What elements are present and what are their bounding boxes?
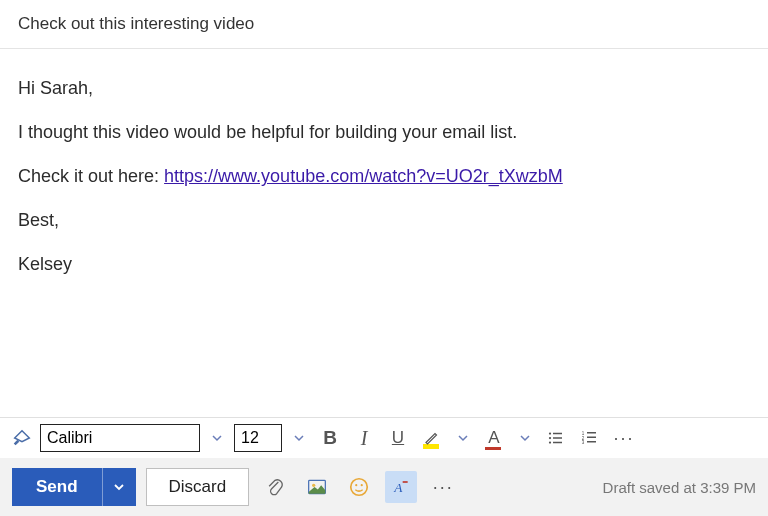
svg-point-14 (351, 479, 368, 496)
font-size-dropdown-icon[interactable] (288, 432, 310, 444)
email-subject[interactable]: Check out this interesting video (0, 0, 768, 49)
format-painter-icon[interactable] (10, 426, 34, 450)
email-body-editor[interactable]: Hi Sarah, I thought this video would be … (0, 49, 768, 417)
font-color-a-icon: A (488, 428, 499, 448)
insert-picture-icon[interactable] (301, 471, 333, 503)
body-signoff: Best, (18, 207, 750, 233)
emoji-icon[interactable] (343, 471, 375, 503)
body-name: Kelsey (18, 251, 750, 277)
svg-point-13 (312, 484, 315, 487)
action-bar: Send Discard A ··· Draft saved at 3:39 P… (0, 458, 768, 516)
more-actions-icon[interactable]: ··· (427, 471, 459, 503)
font-color-dropdown-icon[interactable] (514, 432, 536, 444)
svg-point-4 (549, 441, 551, 443)
body-greeting: Hi Sarah, (18, 75, 750, 101)
font-color-bar (485, 447, 501, 450)
body-link-line: Check it out here: https://www.youtube.c… (18, 163, 750, 189)
video-link[interactable]: https://www.youtube.com/watch?v=UO2r_tXw… (164, 166, 563, 186)
send-button[interactable]: Send (12, 468, 102, 506)
svg-rect-9 (587, 437, 596, 439)
font-family-dropdown-icon[interactable] (206, 432, 228, 444)
svg-rect-5 (553, 442, 562, 444)
link-prefix: Check it out here: (18, 166, 164, 186)
font-color-button[interactable]: A (480, 424, 508, 452)
svg-point-2 (549, 437, 551, 439)
formatting-toolbar: Calibri 12 B I U A 123 ··· (0, 417, 768, 458)
send-button-group: Send (12, 468, 136, 506)
body-line: I thought this video would be helpful fo… (18, 119, 750, 145)
underline-button[interactable]: U (384, 424, 412, 452)
svg-point-0 (549, 432, 551, 434)
svg-rect-3 (553, 437, 562, 439)
more-format-icon[interactable]: ··· (610, 424, 638, 452)
svg-rect-7 (587, 432, 596, 434)
svg-rect-1 (553, 433, 562, 435)
svg-text:A: A (394, 480, 404, 495)
highlight-dropdown-icon[interactable] (452, 432, 474, 444)
chevron-down-icon (113, 481, 125, 493)
attach-file-icon[interactable] (259, 471, 291, 503)
font-size-select[interactable]: 12 (234, 424, 282, 452)
bold-button[interactable]: B (316, 424, 344, 452)
draft-status: Draft saved at 3:39 PM (603, 479, 756, 496)
discard-button[interactable]: Discard (146, 468, 250, 506)
svg-point-15 (355, 484, 357, 486)
numbered-list-button[interactable]: 123 (576, 424, 604, 452)
italic-button[interactable]: I (350, 424, 378, 452)
svg-text:3: 3 (582, 440, 585, 445)
bullet-list-button[interactable] (542, 424, 570, 452)
svg-point-16 (361, 484, 363, 486)
font-family-select[interactable]: Calibri (40, 424, 200, 452)
toggle-formatting-icon[interactable]: A (385, 471, 417, 503)
send-dropdown-button[interactable] (102, 468, 136, 506)
highlight-button[interactable] (418, 424, 446, 452)
svg-rect-11 (587, 441, 596, 443)
